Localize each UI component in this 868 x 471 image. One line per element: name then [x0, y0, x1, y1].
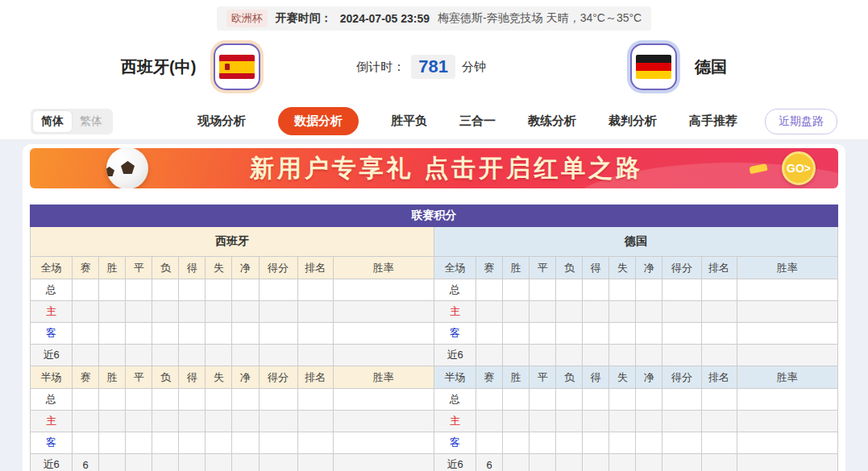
data-cell — [73, 411, 99, 432]
tab-coach-analysis[interactable]: 教练分析 — [528, 107, 576, 135]
column-header: 失 — [609, 366, 636, 389]
tab-live-analysis[interactable]: 现场分析 — [197, 107, 246, 135]
data-cell — [583, 301, 609, 323]
data-cell — [206, 279, 232, 301]
data-cell — [259, 411, 297, 432]
soccer-ball-icon — [106, 148, 148, 188]
data-cell — [609, 389, 636, 411]
countdown: 倒计时： 781 分钟 — [260, 55, 582, 79]
data-cell — [152, 301, 179, 323]
data-cell — [152, 454, 179, 471]
column-header: 负 — [556, 366, 583, 389]
column-header: 排名 — [701, 257, 737, 279]
data-cell — [99, 345, 126, 366]
column-header-row: 半场赛胜平负得失净得分排名胜率半场赛胜平负得失净得分排名胜率 — [31, 366, 838, 389]
data-cell — [583, 454, 609, 471]
data-cell — [297, 389, 333, 411]
data-cell — [662, 279, 701, 301]
data-cell — [503, 345, 530, 366]
column-header: 胜 — [99, 366, 126, 389]
data-cell — [609, 345, 636, 366]
table-row: 近66近66 — [31, 454, 838, 471]
column-header: 排名 — [297, 366, 333, 389]
data-cell — [476, 279, 503, 301]
data-cell — [206, 411, 232, 432]
data-cell — [662, 454, 701, 471]
data-cell — [530, 323, 556, 345]
data-cell — [179, 432, 206, 454]
data-cell — [259, 301, 297, 323]
countdown-label: 倒计时： — [356, 60, 405, 75]
data-cell — [476, 323, 503, 345]
data-cell — [662, 345, 701, 366]
data-cell — [333, 301, 434, 323]
data-cell — [701, 301, 737, 323]
column-header: 胜 — [503, 366, 530, 389]
data-cell — [662, 323, 701, 345]
data-cell — [126, 345, 152, 366]
data-cell — [503, 301, 530, 323]
data-cell — [333, 454, 434, 471]
data-cell — [179, 411, 206, 432]
tab-win-draw-lose[interactable]: 胜平负 — [391, 107, 427, 135]
column-header: 得 — [179, 257, 206, 279]
promo-banner[interactable]: 新用户专享礼 点击开启红单之路 GO> — [30, 148, 838, 188]
data-cell — [609, 454, 636, 471]
data-cell — [126, 389, 152, 411]
table-row: 总总 — [31, 389, 838, 411]
data-cell — [737, 454, 837, 471]
data-cell — [583, 345, 609, 366]
go-button[interactable]: GO> — [782, 151, 816, 185]
column-header: 胜率 — [333, 366, 434, 389]
column-header: 胜率 — [737, 257, 837, 279]
tab-referee-analysis[interactable]: 裁判分析 — [608, 107, 657, 135]
countdown-unit: 分钟 — [462, 60, 486, 75]
lang-traditional[interactable]: 繁体 — [72, 111, 110, 132]
tab-data-analysis[interactable]: 数据分析 — [278, 107, 359, 135]
column-header: 胜 — [503, 257, 530, 279]
lang-simplified[interactable]: 简体 — [33, 111, 72, 132]
recent-odds-button[interactable]: 近期盘路 — [765, 109, 837, 134]
data-cell — [152, 411, 179, 432]
data-cell — [126, 323, 152, 345]
row-label: 近6 — [31, 345, 73, 366]
data-cell — [259, 345, 297, 366]
column-header: 失 — [206, 366, 232, 389]
data-cell — [556, 279, 583, 301]
data-cell — [126, 411, 152, 432]
data-cell — [583, 411, 609, 432]
data-cell — [126, 301, 152, 323]
column-header: 净 — [232, 257, 259, 279]
data-cell — [152, 389, 179, 411]
row-label: 总 — [31, 389, 73, 411]
section-label: 半场 — [434, 366, 476, 389]
data-cell — [556, 345, 583, 366]
row-label: 主 — [31, 411, 73, 432]
data-cell — [206, 454, 232, 471]
language-toggle[interactable]: 简体 繁体 — [31, 109, 113, 134]
nav-bar: 简体 繁体 现场分析 数据分析 胜平负 三合一 教练分析 裁判分析 高手推荐 近… — [0, 103, 868, 140]
data-cell — [737, 411, 837, 432]
data-cell — [232, 345, 259, 366]
data-cell — [701, 411, 737, 432]
data-cell — [530, 389, 556, 411]
table-row: 主主 — [31, 301, 838, 323]
data-cell — [73, 432, 99, 454]
data-cell — [297, 454, 333, 471]
data-cell — [232, 323, 259, 345]
tab-expert-picks[interactable]: 高手推荐 — [689, 107, 737, 135]
data-cell — [662, 301, 701, 323]
data-cell — [662, 432, 701, 454]
data-cell — [701, 454, 737, 471]
table-title: 联赛积分 — [31, 205, 838, 227]
data-cell — [333, 389, 434, 411]
tab-three-in-one[interactable]: 三合一 — [459, 107, 496, 135]
data-cell — [609, 323, 636, 345]
data-cell — [232, 454, 259, 471]
spain-flag-icon — [214, 43, 260, 90]
row-label: 客 — [434, 432, 476, 454]
data-cell — [701, 389, 737, 411]
home-team-name: 西班牙(中) — [121, 56, 196, 78]
data-cell — [99, 432, 126, 454]
data-cell — [503, 432, 530, 454]
